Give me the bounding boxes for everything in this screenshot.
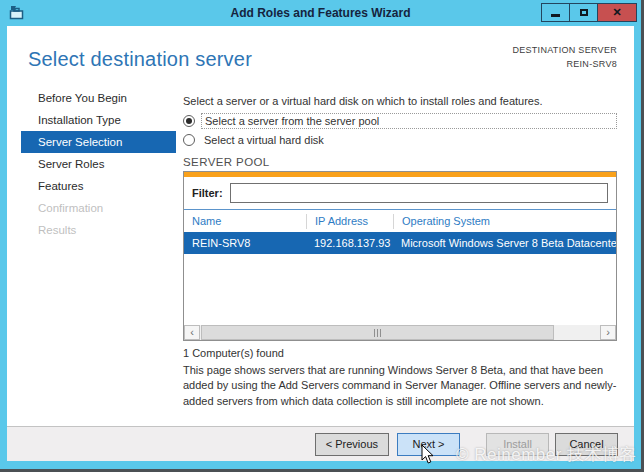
scrollbar-grip-icon	[374, 329, 382, 337]
intro-text: Select a server or a virtual hard disk o…	[183, 95, 619, 107]
scrollbar-thumb[interactable]	[201, 325, 554, 340]
destination-server-label: DESTINATION SERVER	[512, 44, 617, 58]
server-pool-heading: SERVER POOL	[183, 156, 270, 168]
radio-button-icon[interactable]	[183, 115, 195, 127]
server-pool-box: Filter: Name IP Address Operating System…	[183, 171, 617, 341]
server-table-header: Name IP Address Operating System	[184, 209, 616, 232]
mouse-cursor-icon	[421, 444, 436, 465]
filter-input[interactable]	[230, 183, 608, 203]
filter-row: Filter:	[184, 177, 616, 209]
sidebar-item-server-roles[interactable]: Server Roles	[21, 153, 176, 175]
cell-ip-address: 192.168.137.93	[306, 237, 393, 249]
window-controls: ✕	[542, 3, 637, 22]
sidebar-item-server-selection[interactable]: Server Selection	[21, 131, 176, 153]
previous-button[interactable]: < Previous	[315, 433, 389, 456]
close-icon: ✕	[612, 6, 621, 19]
destination-server-name: REIN-SRV8	[512, 58, 617, 72]
wizard-window: Add Roles and Features Wizard ✕ Select d…	[0, 0, 641, 469]
sidebar-item-confirmation: Confirmation	[21, 197, 176, 219]
scroll-left-icon[interactable]: ‹	[184, 325, 200, 340]
maximize-icon	[580, 9, 588, 16]
wizard-client-area: Select destination server DESTINATION SE…	[7, 26, 634, 461]
radio-button-icon[interactable]	[183, 134, 195, 146]
radio-select-server-pool[interactable]: Select a server from the server pool	[183, 112, 617, 129]
watermark-text: © Reinember 技术博客	[456, 443, 637, 466]
sidebar-item-before-you-begin[interactable]: Before You Begin	[21, 87, 176, 109]
sidebar-item-results: Results	[21, 219, 176, 241]
page-description: This page shows servers that are running…	[183, 363, 619, 409]
computers-found-status: 1 Computer(s) found	[183, 347, 284, 359]
cell-operating-system: Microsoft Windows Server 8 Beta Datacent…	[393, 237, 616, 249]
close-button[interactable]: ✕	[597, 3, 637, 22]
scrollbar-track[interactable]	[200, 325, 600, 340]
radio-label[interactable]: Select a server from the server pool	[201, 113, 617, 129]
column-header-operating-system[interactable]: Operating System	[393, 214, 616, 229]
page-title: Select destination server	[28, 48, 252, 71]
sidebar-item-features[interactable]: Features	[21, 175, 176, 197]
radio-select-virtual-hard-disk[interactable]: Select a virtual hard disk	[183, 131, 617, 148]
minimize-icon	[551, 14, 560, 17]
table-row[interactable]: REIN-SRV8 192.168.137.93 Microsoft Windo…	[184, 232, 616, 254]
column-header-ip-address[interactable]: IP Address	[306, 214, 393, 229]
filter-label: Filter:	[192, 187, 223, 199]
table-empty-area	[184, 254, 616, 325]
horizontal-scrollbar[interactable]: ‹ ›	[184, 325, 616, 340]
cell-server-name: REIN-SRV8	[184, 237, 306, 249]
wizard-steps-sidebar: Before You Begin Installation Type Serve…	[21, 87, 176, 241]
column-header-name[interactable]: Name	[184, 214, 306, 229]
maximize-button[interactable]	[569, 3, 598, 22]
title-bar: Add Roles and Features Wizard ✕	[0, 0, 641, 26]
minimize-button[interactable]	[541, 3, 570, 22]
radio-label[interactable]: Select a virtual hard disk	[201, 133, 327, 147]
sidebar-item-installation-type[interactable]: Installation Type	[21, 109, 176, 131]
destination-server-info: DESTINATION SERVER REIN-SRV8	[512, 44, 617, 72]
scroll-right-icon[interactable]: ›	[600, 325, 616, 340]
